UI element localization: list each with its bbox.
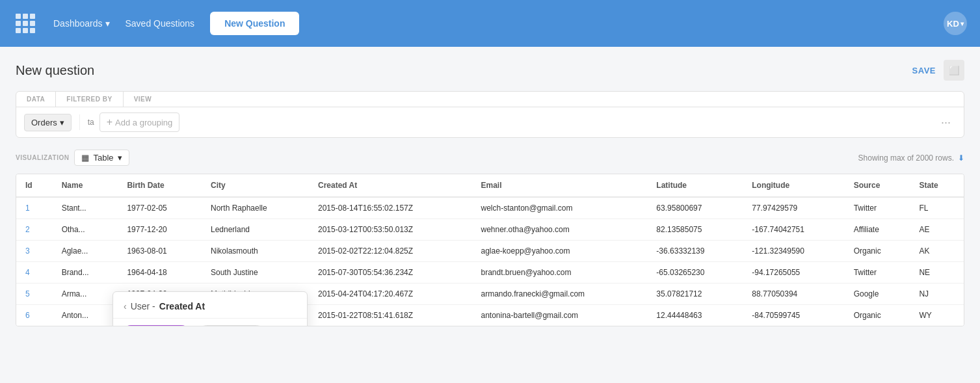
cell-longitude: 77.97429579	[743, 197, 844, 219]
page-header: New question SAVE ⬜	[16, 60, 964, 81]
filter-popup: ‹ User - Created At Relative date Specif…	[113, 291, 308, 326]
col-longitude[interactable]: Longitude	[743, 174, 844, 197]
table-row: 4 Brand... 1964-04-18 South Justine 2015…	[16, 262, 964, 284]
data-table-wrap: Id Name Birth Date City Created At Email…	[16, 174, 964, 326]
add-grouping-button[interactable]: + Add a grouping	[99, 112, 180, 132]
chevron-down-icon: ▾	[105, 18, 110, 29]
user-avatar[interactable]: KD ▾	[944, 12, 967, 35]
table-row: 3 Aglae... 1963-08-01 Nikolasmouth 2015-…	[16, 241, 964, 262]
col-city[interactable]: City	[202, 174, 309, 197]
cell-state: WY	[910, 305, 964, 326]
cell-birth-date: 1977-02-05	[118, 197, 202, 219]
cell-id[interactable]: 4	[16, 262, 53, 284]
cell-source: Twitter	[845, 197, 910, 219]
cell-email: aglae-koepp@yahoo.com	[472, 241, 648, 262]
visualization-picker[interactable]: ▦ Table ▾	[74, 150, 129, 166]
col-created-at[interactable]: Created At	[309, 174, 471, 197]
table-row: 2 Otha... 1977-12-20 Lednerland 2015-03-…	[16, 219, 964, 241]
col-name[interactable]: Name	[53, 174, 118, 197]
cell-id[interactable]: 1	[16, 197, 53, 219]
chevron-down-icon: ▾	[118, 153, 122, 163]
col-id[interactable]: Id	[16, 174, 53, 197]
cell-birth-date: 1964-04-18	[118, 262, 202, 284]
query-controls: Orders ▾ ta + Add a grouping ···	[16, 107, 964, 137]
cell-longitude: 88.77050394	[743, 284, 844, 305]
download-icon[interactable]: ⬇	[958, 153, 964, 163]
cell-longitude: -121.32349590	[743, 241, 844, 262]
cell-name: Otha...	[53, 219, 118, 241]
cell-city: South Justine	[202, 262, 309, 284]
cell-birth-date: 1977-12-20	[118, 219, 202, 241]
cell-name: Arma...	[53, 284, 118, 305]
cell-id[interactable]: 3	[16, 241, 53, 262]
new-question-button[interactable]: New Question	[210, 12, 299, 35]
cell-city: Lednerland	[202, 219, 309, 241]
table-header-row: Id Name Birth Date City Created At Email…	[16, 174, 964, 197]
table-row: 1 Stant... 1977-02-05 North Raphaelle 20…	[16, 197, 964, 219]
cell-latitude: 12.44448463	[647, 305, 743, 326]
col-latitude[interactable]: Latitude	[647, 174, 743, 197]
cell-state: NE	[910, 262, 964, 284]
cell-longitude: -84.70599745	[743, 305, 844, 326]
filtered-by-data-label: ta	[88, 118, 94, 127]
col-source[interactable]: Source	[845, 174, 910, 197]
cell-city: North Raphaelle	[202, 197, 309, 219]
query-sections: DATA FILTERED BY VIEW	[16, 92, 964, 107]
cell-created-at: 2015-08-14T16:55:02.157Z	[309, 197, 471, 219]
viz-label: VISUALIZATION	[16, 154, 69, 161]
topnav: Dashboards ▾ Saved Questions New Questio…	[0, 0, 980, 47]
nav-dashboards[interactable]: Dashboards ▾	[53, 18, 110, 29]
cell-longitude: -94.17265055	[743, 262, 844, 284]
cell-state: AE	[910, 219, 964, 241]
back-arrow-button[interactable]: ‹	[124, 301, 127, 311]
tab-specific-date[interactable]: Specific date	[196, 325, 267, 326]
cell-city: Nikolasmouth	[202, 241, 309, 262]
cell-id[interactable]: 2	[16, 219, 53, 241]
cell-state: NJ	[910, 284, 964, 305]
table-icon: ▦	[81, 153, 89, 163]
col-birth-date[interactable]: Birth Date	[118, 174, 202, 197]
tab-relative-date[interactable]: Relative date	[121, 325, 191, 326]
cell-email: brandt.bruen@yahoo.com	[472, 262, 648, 284]
viz-row: VISUALIZATION ▦ Table ▾ Showing max of 2…	[16, 146, 964, 171]
col-state[interactable]: State	[910, 174, 964, 197]
cell-created-at: 2015-07-30T05:54:36.234Z	[309, 262, 471, 284]
bookmark-icon: ⬜	[949, 66, 960, 75]
section-filtered-by: FILTERED BY	[56, 92, 123, 107]
cell-latitude: 82.13585075	[647, 219, 743, 241]
cell-source: Affiliate	[845, 219, 910, 241]
chevron-down-icon: ▾	[60, 118, 64, 127]
save-button[interactable]: SAVE	[912, 66, 936, 75]
cell-state: FL	[910, 197, 964, 219]
cell-email: welch-stanton@gmail.com	[472, 197, 648, 219]
rows-info: Showing max of 2000 rows. ⬇	[858, 153, 964, 163]
query-builder: DATA FILTERED BY VIEW Orders ▾ ta + Add …	[16, 91, 964, 138]
cell-source: Google	[845, 284, 910, 305]
section-data: DATA	[16, 92, 56, 107]
nav-saved-questions[interactable]: Saved Questions	[126, 18, 195, 29]
cell-name: Stant...	[53, 197, 118, 219]
cell-name: Brand...	[53, 262, 118, 284]
page-title: New question	[16, 63, 94, 78]
col-email[interactable]: Email	[472, 174, 648, 197]
cell-latitude: 63.95800697	[647, 197, 743, 219]
main-content: New question SAVE ⬜ DATA FILTERED BY VIE…	[0, 47, 980, 383]
cell-birth-date: 1963-08-01	[118, 241, 202, 262]
app-logo[interactable]	[13, 11, 38, 36]
cell-latitude: 35.07821712	[647, 284, 743, 305]
data-source-picker[interactable]: Orders ▾	[24, 114, 72, 131]
page-title-actions: SAVE ⬜	[912, 60, 964, 81]
cell-latitude: -36.63332139	[647, 241, 743, 262]
cell-created-at: 2015-04-24T04:17:20.467Z	[309, 284, 471, 305]
bookmark-button[interactable]: ⬜	[944, 60, 964, 81]
filter-popup-header: ‹ User - Created At	[113, 292, 307, 319]
cell-id[interactable]: 5	[16, 284, 53, 305]
cell-created-at: 2015-03-12T00:53:50.013Z	[309, 219, 471, 241]
cell-created-at: 2015-01-22T08:51:41.618Z	[309, 305, 471, 326]
cell-longitude: -167.74042751	[743, 219, 844, 241]
cell-name: Anton...	[53, 305, 118, 326]
cell-id[interactable]: 6	[16, 305, 53, 326]
filter-type-tabs: Relative date Specific date	[113, 319, 307, 326]
more-options-button[interactable]: ···	[936, 116, 956, 129]
cell-email: wehner.otha@yahoo.com	[472, 219, 648, 241]
